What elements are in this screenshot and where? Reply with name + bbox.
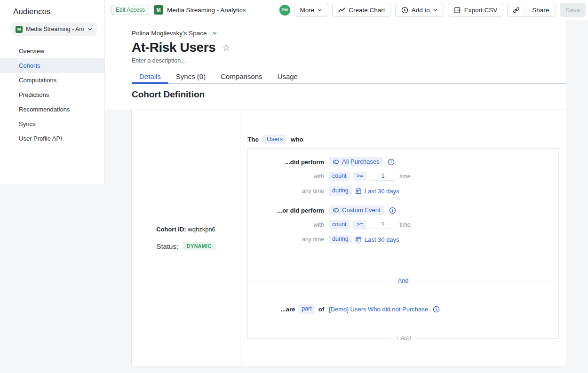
sidebar-item-recommendations[interactable]: Recommendations <box>0 102 104 117</box>
app-title: Audiences <box>0 0 104 16</box>
perform-row: ...did perform All Purchases <box>248 157 558 167</box>
window-pre: any time <box>302 236 324 243</box>
event-name: Custom Event <box>342 207 381 214</box>
chevron-down-icon <box>87 27 93 32</box>
count-pre: with <box>314 222 324 228</box>
count-property-selector[interactable]: count <box>329 220 350 230</box>
info-circle-icon[interactable] <box>389 207 396 214</box>
sidebar-item-syncs[interactable]: Syncs <box>0 117 104 131</box>
tab-usage[interactable]: Usage <box>270 70 305 83</box>
share-button-group: Share <box>507 3 556 17</box>
sidebar-item-predictions[interactable]: Predictions <box>0 87 104 102</box>
sidebar-item-user-profile-api[interactable]: User Profile API <box>0 131 104 146</box>
info-circle-icon[interactable] <box>388 159 395 166</box>
toolbar-actions: PM More Create Chart Add to <box>279 3 586 17</box>
cohort-id-label: Cohort ID: <box>156 226 186 233</box>
cohort-definition-panel: Cohort ID: wqhzkpn6 Status: DYNAMIC The … <box>131 110 566 366</box>
condition-group-1: ...did perform All Purchases <box>248 149 558 280</box>
count-row: with count >= 1 time <box>248 220 558 230</box>
count-value-input[interactable]: 1 <box>370 221 396 229</box>
tab-details[interactable]: Details <box>132 70 168 83</box>
edit-access-badge: Edit Access <box>111 5 149 15</box>
event-icon <box>333 159 339 165</box>
project-icon: M <box>154 5 163 15</box>
add-condition-button[interactable]: + Add <box>391 334 415 342</box>
date-range-button[interactable]: Last 30 days <box>355 188 399 195</box>
cohort-status-row: Status: DYNAMIC <box>156 242 215 251</box>
window-mode-selector[interactable]: during <box>329 235 352 244</box>
header-project: M Media Streaming - Analytics <box>154 5 246 15</box>
chevron-down-icon <box>433 8 438 13</box>
definition-builder: The Users who ...did perform All Purchas… <box>240 110 566 366</box>
and-operator[interactable]: And <box>393 277 413 285</box>
description-placeholder[interactable]: Enter a description... <box>132 57 186 64</box>
or-perform-label: ...or did perform <box>277 207 324 214</box>
date-range-label: Last 30 days <box>365 188 399 195</box>
count-pre: with <box>314 173 324 180</box>
subject-post: who <box>291 136 303 143</box>
export-csv-button[interactable]: Export CSV <box>448 3 504 17</box>
more-button-label: More <box>300 7 315 14</box>
calendar-icon <box>355 236 362 243</box>
date-range-button[interactable]: Last 30 days <box>355 236 399 243</box>
perform-label: ...did perform <box>285 159 324 166</box>
avatar[interactable]: PM <box>279 5 290 16</box>
count-suffix: time <box>399 222 411 228</box>
project-icon: M <box>16 26 23 33</box>
membership-quantifier-selector[interactable]: part <box>298 304 315 314</box>
and-divider: And <box>248 280 558 280</box>
star-outline-icon[interactable]: ☆ <box>222 43 230 52</box>
project-selector[interactable]: M Media Streaming - Analy... <box>11 23 97 36</box>
count-property-selector[interactable]: count <box>329 172 350 181</box>
calendar-icon <box>355 188 362 194</box>
event-selector[interactable]: Custom Event <box>329 206 384 215</box>
create-chart-button[interactable]: Create Chart <box>332 3 391 17</box>
more-button[interactable]: More <box>294 3 329 17</box>
sidebar: Audiences M Media Streaming - Analy... O… <box>0 0 105 185</box>
header-project-name: Media Streaming - Analytics <box>167 7 246 14</box>
count-suffix: time <box>399 173 411 180</box>
count-operator-selector[interactable]: >= <box>353 172 367 181</box>
cohort-id-row: Cohort ID: wqhzkpn6 <box>156 226 215 233</box>
copy-link-button[interactable] <box>508 3 525 16</box>
or-perform-row: ...or did perform Custom Event <box>248 206 558 215</box>
page-title[interactable]: At-Risk Users <box>132 40 215 55</box>
project-selector-label: Media Streaming - Analy... <box>26 26 84 32</box>
export-arrow-icon <box>454 7 461 14</box>
time-window-row: any time during Last 30 days <box>248 186 558 196</box>
sidebar-item-computations[interactable]: Computations <box>0 73 104 87</box>
info-circle-icon[interactable] <box>433 306 440 313</box>
breadcrumb[interactable]: Polina Mogilevsky's Space <box>132 20 217 37</box>
membership-connector: of <box>318 306 324 313</box>
status-label: Status: <box>156 242 178 250</box>
condition-group-2: ...are part of [Demo] Users Who did not … <box>248 304 558 364</box>
count-value-input[interactable]: 1 <box>370 172 396 181</box>
event-name: All Purchases <box>342 159 379 165</box>
sidebar-item-overview[interactable]: Overview <box>0 44 104 58</box>
line-chart-icon <box>338 7 345 14</box>
sidebar-item-cohorts[interactable]: Cohorts <box>0 58 104 73</box>
cohort-link[interactable]: [Demo] Users Who did not Purchase <box>329 306 428 313</box>
sidebar-nav: Overview Cohorts Computations Prediction… <box>0 44 104 146</box>
export-csv-label: Export CSV <box>464 7 498 14</box>
create-chart-label: Create Chart <box>349 7 385 14</box>
tab-bar: Details Syncs (0) Comparisons Usage <box>132 70 566 84</box>
count-operator-selector[interactable]: >= <box>353 220 367 230</box>
tab-syncs[interactable]: Syncs (0) <box>168 70 213 83</box>
share-button[interactable]: Share <box>525 3 556 16</box>
tab-comparisons[interactable]: Comparisons <box>213 70 270 83</box>
window-pre: any time <box>302 188 324 194</box>
chevron-down-icon <box>212 31 217 36</box>
plus-circle-icon <box>401 7 408 14</box>
add-to-label: Add to <box>412 7 430 14</box>
event-icon <box>333 207 339 214</box>
time-window-row: any time during Last 30 days <box>248 235 558 244</box>
add-to-button[interactable]: Add to <box>395 3 444 17</box>
page-header: Polina Mogilevsky's Space At-Risk Users … <box>105 20 566 110</box>
window-mode-selector[interactable]: during <box>329 186 352 196</box>
count-row: with count >= 1 time <box>248 172 558 181</box>
entity-selector[interactable]: Users <box>263 135 286 144</box>
link-chain-icon <box>513 7 520 14</box>
save-button[interactable]: Save <box>560 3 586 17</box>
event-selector[interactable]: All Purchases <box>329 157 383 167</box>
